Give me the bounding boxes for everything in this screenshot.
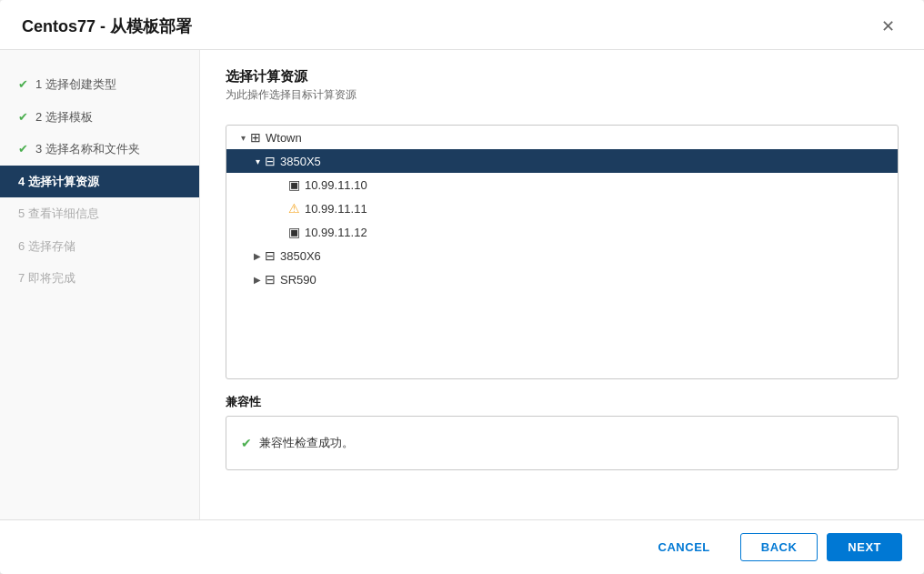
tree-node-ip1[interactable]: ▣10.99.11.10 bbox=[226, 173, 898, 196]
sidebar: ✔1 选择创建类型✔2 选择模板✔3 选择名称和文件夹4 选择计算资源5 查看详… bbox=[0, 50, 200, 519]
section-header: 选择计算资源 为此操作选择目标计算资源 bbox=[226, 68, 899, 110]
sidebar-item-step3[interactable]: ✔3 选择名称和文件夹 bbox=[0, 133, 199, 166]
sidebar-item-step4[interactable]: 4 选择计算资源 bbox=[0, 166, 199, 198]
node-label: SR590 bbox=[280, 273, 889, 287]
compat-panel: ✔ 兼容性检查成功。 bbox=[226, 416, 899, 470]
sidebar-item-label: 6 选择存储 bbox=[18, 237, 75, 256]
tree-node-3850x5[interactable]: ▾⊟3850X5 bbox=[226, 149, 898, 173]
expand-icon[interactable]: ▶ bbox=[250, 251, 265, 261]
sidebar-item-step6: 6 选择存储 bbox=[0, 230, 199, 263]
expand-icon[interactable]: ▶ bbox=[250, 275, 265, 285]
node-icon: ⊟ bbox=[265, 272, 276, 287]
node-label: 3850X5 bbox=[280, 155, 889, 168]
node-label: Wtown bbox=[266, 131, 889, 145]
tree-node-3850x6[interactable]: ▶⊟3850X6 bbox=[226, 244, 898, 267]
cancel-button[interactable]: CANCEL bbox=[638, 533, 731, 561]
deploy-dialog: Centos77 - 从模板部署 ✕ ✔1 选择创建类型✔2 选择模板✔3 选择… bbox=[0, 0, 924, 574]
sidebar-item-label: 1 选择创建类型 bbox=[35, 76, 116, 94]
node-label: 3850X6 bbox=[280, 249, 889, 263]
sidebar-item-step1[interactable]: ✔1 选择创建类型 bbox=[0, 68, 199, 101]
expand-icon[interactable]: ▾ bbox=[250, 156, 265, 166]
check-icon: ✔ bbox=[18, 108, 28, 126]
node-icon: ⊟ bbox=[265, 154, 276, 168]
sidebar-item-step5: 5 查看详细信息 bbox=[0, 197, 199, 230]
next-button[interactable]: NEXT bbox=[827, 533, 902, 561]
sidebar-item-label: 3 选择名称和文件夹 bbox=[35, 140, 140, 158]
compat-text: 兼容性检查成功。 bbox=[259, 435, 354, 451]
sidebar-item-label: 4 选择计算资源 bbox=[18, 173, 99, 191]
node-icon: ⚠ bbox=[288, 201, 300, 216]
tree-node-ip3[interactable]: ▣10.99.11.12 bbox=[226, 220, 898, 244]
compat-check-icon: ✔ bbox=[241, 436, 252, 450]
dialog-title: Centos77 - 从模板部署 bbox=[22, 15, 192, 37]
node-icon: ▣ bbox=[288, 177, 300, 192]
expand-icon[interactable]: ▾ bbox=[236, 133, 250, 143]
sidebar-item-step7: 7 即将完成 bbox=[0, 262, 199, 295]
check-icon: ✔ bbox=[18, 140, 28, 158]
section-title: 选择计算资源 bbox=[226, 68, 899, 86]
main-content: 选择计算资源 为此操作选择目标计算资源 ▾⊞Wtown▾⊟3850X5▣10.9… bbox=[200, 50, 924, 519]
sidebar-item-step2[interactable]: ✔2 选择模板 bbox=[0, 101, 199, 134]
sidebar-item-label: 5 查看详细信息 bbox=[18, 205, 99, 223]
node-icon: ⊞ bbox=[250, 130, 261, 145]
back-button[interactable]: BACK bbox=[740, 533, 819, 561]
dialog-footer: CANCEL BACK NEXT bbox=[0, 519, 924, 574]
sidebar-item-label: 7 即将完成 bbox=[18, 269, 75, 287]
compatibility-section: 兼容性 ✔ 兼容性检查成功。 bbox=[226, 394, 899, 470]
tree-node-sr590[interactable]: ▶⊟SR590 bbox=[226, 267, 898, 291]
sidebar-item-label: 2 选择模板 bbox=[35, 108, 93, 126]
dialog-header: Centos77 - 从模板部署 ✕ bbox=[0, 0, 924, 50]
compat-title: 兼容性 bbox=[226, 394, 899, 410]
resource-tree-panel[interactable]: ▾⊞Wtown▾⊟3850X5▣10.99.11.10⚠10.99.11.11▣… bbox=[226, 125, 899, 379]
node-label: 10.99.11.11 bbox=[305, 202, 889, 216]
section-desc: 为此操作选择目标计算资源 bbox=[226, 87, 899, 103]
node-label: 10.99.11.10 bbox=[305, 178, 889, 192]
node-label: 10.99.11.12 bbox=[305, 226, 889, 239]
check-icon: ✔ bbox=[18, 76, 28, 94]
tree-node-wtown[interactable]: ▾⊞Wtown bbox=[226, 126, 898, 149]
node-icon: ▣ bbox=[288, 225, 300, 239]
tree-node-ip2[interactable]: ⚠10.99.11.11 bbox=[226, 196, 898, 220]
dialog-body: ✔1 选择创建类型✔2 选择模板✔3 选择名称和文件夹4 选择计算资源5 查看详… bbox=[0, 50, 924, 519]
node-icon: ⊟ bbox=[265, 248, 276, 263]
close-button[interactable]: ✕ bbox=[874, 15, 902, 38]
